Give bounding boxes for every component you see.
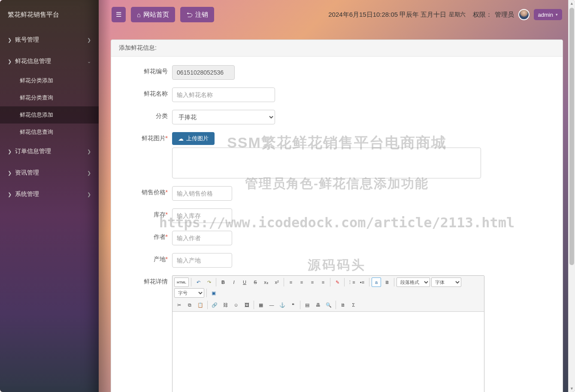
editor-quote-button[interactable]: ❝ [288,300,298,310]
editor-sub-button[interactable]: x₂ [261,277,271,287]
field-label: 分类 [156,112,168,119]
editor-image-button[interactable]: 🖼 [242,300,251,310]
editor-font-select[interactable]: 字体 [431,277,461,287]
editor-unlink-button[interactable]: ⛓ [221,300,230,310]
sidebar-item-system[interactable]: ❯ 系统管理 ❯ [0,184,99,205]
editor-cut-button[interactable]: ✂ [174,300,184,310]
home-button[interactable]: ⌂ 网站首页 [131,7,175,22]
toggle-sidebar-button[interactable]: ☰ [112,7,126,22]
logout-button[interactable]: ⮌ 注销 [180,7,214,22]
editor-undo-button[interactable]: ↶ [194,277,203,287]
stock-input[interactable] [172,208,232,223]
card-title: 添加鲜花信息: [111,40,563,57]
editor-body[interactable] [172,312,484,392]
origin-input[interactable] [172,253,232,268]
editor-align-left-button[interactable]: ≡ [286,277,296,287]
role-value: 管理员 [495,11,514,19]
avatar[interactable] [518,9,530,20]
editor-zoom-button[interactable]: 🔍 [324,300,333,310]
chevron-right-icon: ❯ [8,192,12,197]
editor-table-button[interactable]: ▦ [256,300,266,310]
editor-sigma-button[interactable]: Σ [349,300,358,310]
sidebar: 繁花鲜花销售平台 ❯ 账号管理 ❯ ❯ 鲜花信息管理 ⌄ 鲜花分类添加 鲜花分类… [0,0,99,392]
field-label: 销售价格 [142,189,166,196]
editor-toolbar: HTML ↶ ↷ B I U S x₂ x² [172,276,484,312]
editor-align-justify-button[interactable]: ≡ [318,277,328,287]
editor-ul-button[interactable]: •≡ [357,277,367,287]
editor-redo-button[interactable]: ↷ [204,277,214,287]
editor-html-button[interactable]: HTML [174,277,189,287]
editor-strike-button[interactable]: S [251,277,260,287]
editor-link-button[interactable]: 🔗 [210,300,219,310]
field-label: 鲜花编号 [144,68,168,75]
editor-print-button[interactable]: 🖶 [313,300,323,310]
chevron-right-icon: ❯ [8,149,12,154]
cloud-upload-icon: ☁ [178,136,184,142]
button-label: 注销 [195,11,208,19]
sidebar-item-flower[interactable]: ❯ 鲜花信息管理 ⌄ [0,51,99,72]
sidebar-item-account[interactable]: ❯ 账号管理 ❯ [0,29,99,51]
price-input[interactable] [172,186,232,201]
editor-align-center-button[interactable]: ≡ [297,277,306,287]
editor-anchor-button[interactable]: ⚓ [278,300,287,310]
editor-italic-button[interactable]: I [229,277,239,287]
sidebar-item-news[interactable]: ❯ 资讯管理 ❯ [0,162,99,184]
field-label: 作者 [154,233,166,240]
scroll-up-icon[interactable]: ▲ [569,0,575,7]
editor-font-button[interactable]: a [372,277,381,287]
role-label: 权限： [473,11,492,19]
upload-image-button[interactable]: ☁ 上传图片 [172,132,215,145]
editor-clean-button[interactable]: 🗎 [382,277,392,287]
editor-doc-button[interactable]: 🗎 [338,300,348,310]
sidebar-sub-cat-query[interactable]: 鲜花分类查询 [0,89,99,106]
field-label: 产地 [154,256,166,262]
editor-code-button[interactable]: ▤ [303,300,312,310]
editor-sup-button[interactable]: x² [272,277,281,287]
editor-align-right-button[interactable]: ≡ [308,277,317,287]
sidebar-item-label: 订单信息管理 [15,148,51,155]
editor-ol-button[interactable]: ⋮≡ [347,277,356,287]
form-card: 添加鲜花信息: 鲜花编号 鲜花名称 分类 手捧花 [111,39,563,392]
chevron-right-icon: ❯ [8,37,12,43]
hamburger-icon: ☰ [116,11,121,18]
flower-name-input[interactable] [172,87,275,102]
sidebar-sub-flower-query[interactable]: 鲜花信息查询 [0,124,99,141]
chevron-right-icon: ❯ [87,37,91,43]
brand-title: 繁花鲜花销售平台 [0,0,99,29]
home-icon: ⌂ [137,11,141,18]
sidebar-item-label: 鲜花信息查询 [20,128,53,136]
category-select[interactable]: 手捧花 [172,110,275,124]
field-label: 鲜花详情 [144,278,168,285]
chevron-right-icon: ❯ [87,149,91,154]
sidebar-item-label: 鲜花分类查询 [20,94,53,102]
sidebar-sub-flower-add[interactable]: 鲜花信息添加 [0,106,99,124]
editor-paste-button[interactable]: 📋 [196,300,205,310]
sidebar-item-label: 鲜花信息添加 [20,111,53,119]
chevron-right-icon: ❯ [8,170,12,176]
editor-emoji-button[interactable]: ☺ [231,300,241,310]
weekday-text: 星期六 [449,11,466,18]
user-menu[interactable]: admin ▾ [534,9,562,20]
editor-color-button[interactable]: ✎ [333,277,342,287]
editor-format-select[interactable]: 段落格式 [396,277,430,287]
datetime-text: 2024年6月15日10:28:05 甲辰年 五月十日 [328,11,446,19]
editor-bold-button[interactable]: B [218,277,228,287]
scrollbar[interactable]: ▲ ▼ [568,0,575,392]
editor-size-select[interactable]: 字号 [174,288,204,298]
sidebar-item-order[interactable]: ❯ 订单信息管理 ❯ [0,141,99,162]
chevron-right-icon: ❯ [87,192,91,197]
scroll-thumb[interactable] [569,8,574,265]
editor-underline-button[interactable]: U [240,277,249,287]
field-label: 鲜花图片 [142,135,166,142]
chevron-right-icon: ❯ [8,59,12,64]
field-label: 鲜花名称 [144,90,168,97]
chevron-down-icon: ▾ [556,12,558,17]
editor-fullscreen-button[interactable]: ▣ [209,288,218,298]
editor-copy-button[interactable]: ⧉ [185,300,194,310]
scroll-down-icon[interactable]: ▼ [569,385,575,392]
author-input[interactable] [172,231,232,245]
editor-hr-button[interactable]: — [267,300,276,310]
sidebar-sub-cat-add[interactable]: 鲜花分类添加 [0,72,99,89]
content-area: ☰ ⌂ 网站首页 ⮌ 注销 2024年6月15日10:28:05 甲辰年 五月十… [99,0,575,392]
username: admin [538,12,553,18]
